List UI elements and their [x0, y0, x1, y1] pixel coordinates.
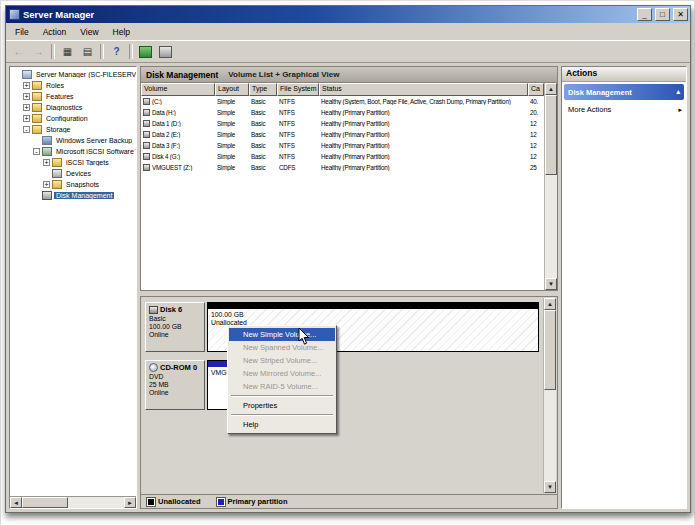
- scroll-right-button[interactable]: ►: [124, 497, 136, 508]
- disk-management-pane: Disk Management Volume List + Graphical …: [140, 66, 558, 509]
- volume-row[interactable]: (C:) Simple Basic NTFS Healthy (System, …: [141, 96, 544, 107]
- scrollbar-thumb[interactable]: [544, 310, 556, 390]
- cd-rom-0-row[interactable]: CD-ROM 0 DVD 25 MB Online VMGUEST: [145, 360, 539, 410]
- scroll-left-button[interactable]: ◄: [10, 497, 22, 508]
- column-header[interactable]: Ca: [528, 83, 544, 96]
- tree-item-devices[interactable]: Devices: [11, 168, 136, 179]
- menu-bar: FileActionViewHelp: [6, 23, 690, 41]
- forward-icon[interactable]: →: [29, 43, 48, 60]
- volume-row[interactable]: Data 1 (D:) Simple Basic NTFS Healthy (P…: [141, 118, 544, 129]
- tree-horizontal-scrollbar[interactable]: ◄ ►: [10, 496, 136, 508]
- disk-name: Disk 6: [160, 305, 182, 314]
- console-tree: Server Manager (SC-FILESERVER-I + Roles …: [9, 66, 137, 509]
- scroll-down-button[interactable]: ▼: [544, 481, 556, 493]
- tree-item-storage[interactable]: - Storage: [11, 124, 136, 135]
- tree-item-iscsi-targets[interactable]: + iSCSI Targets: [11, 157, 136, 168]
- rescan-disks-icon[interactable]: [156, 43, 175, 60]
- column-header[interactable]: File System: [277, 83, 319, 96]
- tree-item-features[interactable]: + Features: [11, 91, 136, 102]
- column-header[interactable]: Type: [249, 83, 277, 96]
- toolbar-glyph: →: [34, 46, 44, 57]
- volume-row[interactable]: Data 2 (E:) Simple Basic NTFS Healthy (P…: [141, 129, 544, 140]
- menu-item-new-raid5-volume[interactable]: New RAID-5 Volume...: [229, 380, 335, 393]
- collapse-chevron-icon[interactable]: ▴: [676, 88, 680, 96]
- maximize-button[interactable]: □: [655, 8, 670, 21]
- volume-row[interactable]: Data 3 (F:) Simple Basic NTFS Healthy (P…: [141, 140, 544, 151]
- graphical-view-scrollbar[interactable]: ▲ ▼: [543, 298, 556, 493]
- help-icon[interactable]: ?: [107, 43, 126, 60]
- show-console-tree-icon[interactable]: ▦: [58, 43, 77, 60]
- toolbar-separator: [129, 44, 133, 59]
- tree-item-label: iSCSI Targets: [64, 159, 111, 166]
- scrollbar-track[interactable]: [68, 497, 124, 508]
- menu-item-new-mirrored-volume[interactable]: New Mirrored Volume...: [229, 367, 335, 380]
- disk-status: Online: [149, 389, 201, 396]
- legend-bar: Unallocated Primary partition: [140, 495, 558, 509]
- volume-list-scrollbar[interactable]: ▲ ▼: [544, 83, 557, 290]
- disk-info-box[interactable]: Disk 6 Basic 100.00 GB Online: [145, 302, 205, 352]
- tree-expander-icon[interactable]: +: [23, 104, 30, 111]
- volume-name: Data 2 (E:): [152, 131, 180, 138]
- column-header[interactable]: Volume: [141, 83, 215, 96]
- more-actions-item[interactable]: More Actions ▸: [562, 100, 686, 114]
- minimize-button[interactable]: _: [637, 8, 652, 21]
- tree-expander-icon[interactable]: +: [23, 82, 30, 89]
- disk-info-box[interactable]: CD-ROM 0 DVD 25 MB Online: [145, 360, 205, 410]
- menu-separator[interactable]: [231, 414, 333, 416]
- tree-expander-icon[interactable]: -: [33, 148, 40, 155]
- tree-expander-icon[interactable]: +: [43, 181, 50, 188]
- volume-row[interactable]: VMGUEST (Z:) Simple Basic CDFS Healthy (…: [141, 162, 544, 173]
- legend-swatch: [217, 498, 225, 506]
- menu-item-new-simple-volume[interactable]: New Simple Volume...: [229, 328, 335, 341]
- scrollbar-track[interactable]: [545, 175, 557, 278]
- menu-item-new-spanned-volume[interactable]: New Spanned Volume...: [229, 341, 335, 354]
- tree-item-server-manager[interactable]: Server Manager (SC-FILESERVER-I: [11, 69, 136, 80]
- menu-separator[interactable]: [231, 395, 333, 397]
- menu-item[interactable]: View: [73, 25, 105, 39]
- menu-item[interactable]: Help: [106, 25, 137, 39]
- actions-section-disk-management[interactable]: Disk Management ▴: [564, 84, 684, 100]
- column-header[interactable]: Layout: [215, 83, 249, 96]
- refresh-icon[interactable]: [136, 43, 155, 60]
- scrollbar-track[interactable]: [544, 390, 556, 481]
- tree-item-configuration[interactable]: + Configuration: [11, 113, 136, 124]
- column-header[interactable]: Status: [319, 83, 528, 96]
- menu-item[interactable]: File: [8, 25, 36, 39]
- tree-item-diagnostics[interactable]: + Diagnostics: [11, 102, 136, 113]
- scroll-up-button[interactable]: ▲: [545, 83, 557, 95]
- title-bar[interactable]: Server Manager _ □ ✕: [6, 6, 690, 23]
- server-manager-app-icon: [9, 9, 20, 20]
- tree-item-microsoft-iscsi-software-target[interactable]: - Microsoft iSCSI Software Ta: [11, 146, 136, 157]
- disk-size: 100.00 GB: [149, 323, 201, 330]
- scroll-down-button[interactable]: ▼: [545, 278, 557, 290]
- tree-expander-icon[interactable]: -: [23, 126, 30, 133]
- volume-layout: Simple: [215, 120, 249, 127]
- tree-item-icon: [32, 114, 42, 123]
- menu-item-properties[interactable]: Properties: [229, 399, 335, 412]
- volume-filesystem: NTFS: [277, 131, 319, 138]
- volume-status: Healthy (Primary Partition): [319, 164, 528, 171]
- tree-expander-icon[interactable]: +: [23, 115, 30, 122]
- tree-item-roles[interactable]: + Roles: [11, 80, 136, 91]
- volume-row[interactable]: Data (H:) Simple Basic NTFS Healthy (Pri…: [141, 107, 544, 118]
- close-button[interactable]: ✕: [673, 8, 688, 21]
- menu-item-help[interactable]: Help: [229, 418, 335, 431]
- menu-item[interactable]: Action: [36, 25, 74, 39]
- volume-icon: [143, 120, 150, 127]
- export-list-icon[interactable]: ▤: [78, 43, 97, 60]
- tree-expander-icon[interactable]: +: [23, 93, 30, 100]
- scroll-up-button[interactable]: ▲: [544, 298, 556, 310]
- scrollbar-thumb[interactable]: [22, 497, 68, 508]
- back-icon[interactable]: ←: [9, 43, 28, 60]
- scrollbar-thumb[interactable]: [545, 95, 557, 175]
- volume-status: Healthy (System, Boot, Page File, Active…: [319, 98, 528, 105]
- volume-icon: [143, 98, 150, 105]
- tree-expander-icon[interactable]: +: [43, 159, 50, 166]
- legend-swatch: [147, 498, 155, 506]
- disk-6-row[interactable]: Disk 6 Basic 100.00 GB Online 100.0: [145, 302, 539, 352]
- tree-item-snapshots[interactable]: + Snapshots: [11, 179, 136, 190]
- volume-row[interactable]: Disk 4 (G:) Simple Basic NTFS Healthy (P…: [141, 151, 544, 162]
- tree-item-windows-server-backup[interactable]: Windows Server Backup: [11, 135, 136, 146]
- menu-item-new-striped-volume[interactable]: New Striped Volume...: [229, 354, 335, 367]
- tree-item-disk-management[interactable]: Disk Management: [11, 190, 136, 201]
